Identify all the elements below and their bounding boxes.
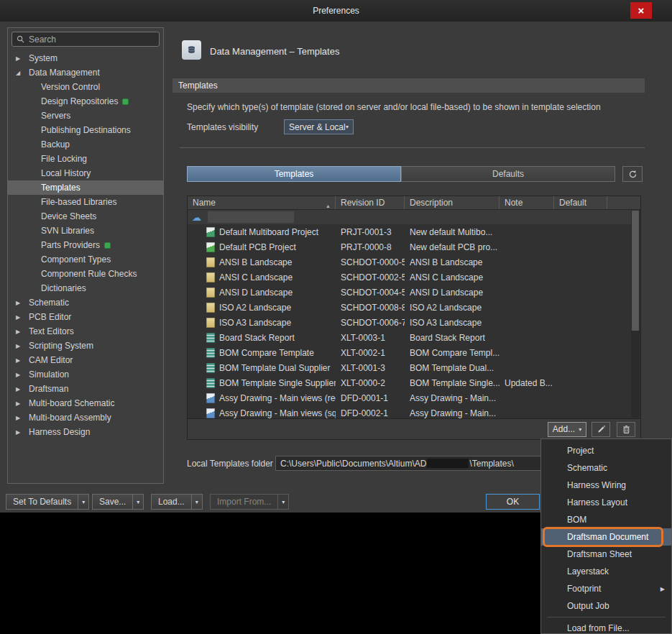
table-row[interactable]: ANSI C LandscapeSCHDOT-0002-5ANSI C Land… bbox=[188, 270, 632, 285]
table-row[interactable]: Assy Drawing - Main views (recDFD-0001-1… bbox=[188, 390, 632, 405]
sort-ascending-icon: ▲ bbox=[326, 200, 331, 209]
import-from-main[interactable]: Import From... bbox=[210, 494, 278, 510]
table-row[interactable]: ANSI D LandscapeSCHDOT-0004-5ANSI D Land… bbox=[188, 285, 632, 300]
cell-revision: SCHDOT-0002-5 bbox=[336, 272, 405, 282]
menu-item-output-job[interactable]: Output Job bbox=[541, 597, 671, 615]
expand-arrow-icon: ▶ bbox=[16, 314, 29, 321]
table-row[interactable]: ISO A3 LandscapeSCHDOT-0006-7ISO A3 Land… bbox=[188, 315, 632, 330]
menu-item-layerstack[interactable]: Layerstack bbox=[541, 563, 671, 580]
templates-visibility-select[interactable]: Server & Local ▾ bbox=[284, 119, 354, 134]
sidebar-item-data-management[interactable]: ◢Data Management bbox=[8, 65, 163, 80]
table-row[interactable]: BOM Template Dual SupplierXLT-0001-3BOM … bbox=[188, 360, 632, 375]
sidebar-item-label: File-based Libraries bbox=[41, 197, 116, 207]
search-input[interactable]: Search bbox=[11, 32, 160, 47]
menu-item-label: Output Job bbox=[567, 601, 609, 611]
menu-item-schematic[interactable]: Schematic bbox=[541, 459, 671, 477]
sidebar-item-component-rule-checks[interactable]: Component Rule Checks bbox=[8, 267, 163, 281]
template-name: ISO A2 Landscape bbox=[219, 303, 291, 313]
sidebar-item-version-control[interactable]: Version Control bbox=[8, 80, 163, 94]
column-header-default[interactable]: Default bbox=[554, 196, 607, 209]
excel-template-icon bbox=[206, 333, 215, 343]
draftsman-template-icon bbox=[206, 408, 215, 418]
sidebar-item-svn-libraries[interactable]: SVN Libraries bbox=[8, 224, 163, 238]
sidebar-item-system[interactable]: ▶System bbox=[8, 51, 163, 65]
sidebar-item-draftsman[interactable]: ▶Draftsman bbox=[8, 382, 163, 396]
sidebar-item-label: Simulation bbox=[29, 369, 69, 380]
close-button[interactable]: × bbox=[630, 2, 652, 19]
sidebar-item-local-history[interactable]: Local History bbox=[8, 166, 163, 180]
delete-button[interactable] bbox=[617, 422, 635, 437]
column-header-note[interactable]: Note bbox=[500, 196, 554, 209]
menu-item-footprint[interactable]: Footprint▶ bbox=[541, 580, 671, 597]
save-main[interactable]: Save... bbox=[92, 494, 133, 510]
sidebar-item-harness-design[interactable]: ▶Harness Design bbox=[8, 425, 163, 439]
sidebar-item-label: SVN Libraries bbox=[41, 226, 94, 236]
search-placeholder: Search bbox=[29, 35, 56, 45]
sidebar-item-templates[interactable]: Templates bbox=[8, 180, 163, 195]
table-row[interactable]: ISO A2 LandscapeSCHDOT-0008-8ISO A2 Land… bbox=[188, 300, 632, 315]
sidebar-item-scripting-system[interactable]: ▶Scripting System bbox=[8, 339, 163, 353]
menu-item-bom[interactable]: BOM bbox=[541, 511, 671, 528]
ok-button[interactable]: OK bbox=[486, 494, 540, 510]
menu-item-harness-wiring[interactable]: Harness Wiring bbox=[541, 477, 671, 494]
table-row[interactable]: Default PCB ProjectPRJT-0000-8New defaul… bbox=[188, 239, 632, 254]
sidebar-item-design-repositories[interactable]: Design Repositories bbox=[8, 94, 163, 109]
column-header-name[interactable]: Name▲ bbox=[188, 196, 336, 209]
cell-revision: XLT-0002-1 bbox=[336, 348, 405, 358]
excel-template-icon bbox=[206, 348, 215, 358]
column-header-description[interactable]: Description bbox=[405, 196, 500, 209]
table-scrollbar[interactable] bbox=[631, 211, 640, 418]
refresh-button[interactable] bbox=[622, 166, 643, 182]
scrollbar-thumb[interactable] bbox=[632, 211, 639, 331]
sidebar-item-text-editors[interactable]: ▶Text Editors bbox=[8, 324, 163, 339]
template-name: ISO A3 Landscape bbox=[219, 318, 291, 328]
import-from-dropdown[interactable]: ▾ bbox=[278, 494, 289, 510]
sidebar-item-dictionaries[interactable]: Dictionaries bbox=[8, 281, 163, 295]
table-row[interactable]: ANSI B LandscapeSCHDOT-0000-5ANSI B Land… bbox=[188, 254, 632, 270]
table-row[interactable]: BOM Compare TemplateXLT-0002-1BOM Compar… bbox=[188, 345, 632, 360]
sidebar-item-parts-providers[interactable]: Parts Providers bbox=[8, 238, 163, 252]
menu-item-project[interactable]: Project bbox=[541, 442, 671, 459]
add-button[interactable]: Add... ▾ bbox=[548, 422, 586, 437]
sidebar-item-multi-board-assembly[interactable]: ▶Multi-board Assembly bbox=[8, 410, 163, 425]
template-tabs: Templates Defaults bbox=[187, 166, 615, 182]
sidebar-item-file-locking[interactable]: File Locking bbox=[8, 152, 163, 166]
tab-defaults[interactable]: Defaults bbox=[401, 166, 615, 182]
expand-arrow-icon: ▶ bbox=[16, 55, 29, 62]
sidebar-item-schematic[interactable]: ▶Schematic bbox=[8, 295, 163, 310]
sidebar-item-label: Templates bbox=[41, 183, 80, 193]
sidebar-item-cam-editor[interactable]: ▶CAM Editor bbox=[8, 353, 163, 367]
sidebar-item-pcb-editor[interactable]: ▶PCB Editor bbox=[8, 310, 163, 324]
set-to-defaults-dropdown[interactable]: ▾ bbox=[78, 494, 89, 510]
expand-arrow-icon: ▶ bbox=[16, 372, 29, 378]
load-dropdown[interactable]: ▾ bbox=[192, 494, 203, 510]
menu-item-load-from-file[interactable]: Load from File... bbox=[541, 620, 671, 634]
server-row[interactable]: ☁ bbox=[188, 210, 632, 224]
table-row[interactable]: Board Stack ReportXLT-0003-1Board Stack … bbox=[188, 330, 632, 345]
column-header-revision-id[interactable]: Revision ID bbox=[336, 196, 405, 209]
tab-templates[interactable]: Templates bbox=[187, 166, 401, 182]
sidebar-item-simulation[interactable]: ▶Simulation bbox=[8, 367, 163, 382]
table-row[interactable]: Assy Drawing - Main views (squDFD-0002-1… bbox=[188, 405, 632, 419]
add-menu: ProjectSchematicHarness WiringHarness La… bbox=[540, 438, 672, 634]
sidebar-item-publishing-destinations[interactable]: Publishing Destinations bbox=[8, 123, 163, 137]
edit-button[interactable] bbox=[592, 422, 610, 437]
sidebar-item-file-based-libraries[interactable]: File-based Libraries bbox=[8, 195, 163, 209]
menu-item-harness-layout[interactable]: Harness Layout bbox=[541, 494, 671, 511]
sidebar-item-backup[interactable]: Backup bbox=[8, 137, 163, 152]
load-main[interactable]: Load... bbox=[151, 494, 192, 510]
sidebar-item-device-sheets[interactable]: Device Sheets bbox=[8, 209, 163, 224]
table-header: Name▲Revision IDDescriptionNoteDefault bbox=[188, 196, 640, 210]
save-dropdown[interactable]: ▾ bbox=[133, 494, 144, 510]
set-to-defaults-main[interactable]: Set To Defaults bbox=[6, 494, 78, 510]
local-templates-folder-label: Local Templates folder bbox=[187, 459, 273, 469]
menu-item-draftsman-document[interactable]: Draftsman Document bbox=[541, 528, 671, 546]
sidebar-item-multi-board-schematic[interactable]: ▶Multi-board Schematic bbox=[8, 396, 163, 410]
title-bar[interactable]: Preferences × bbox=[0, 0, 672, 22]
sidebar-item-component-types[interactable]: Component Types bbox=[8, 252, 163, 267]
sidebar-item-servers[interactable]: Servers bbox=[8, 109, 163, 123]
table-row[interactable]: Default Multiboard ProjectPRJT-0001-3New… bbox=[188, 224, 632, 239]
table-row[interactable]: BOM Template Single SupplierXLT-0000-2BO… bbox=[188, 375, 632, 390]
menu-item-draftsman-sheet[interactable]: Draftsman Sheet bbox=[541, 546, 671, 563]
cell-name: ISO A2 Landscape bbox=[188, 303, 336, 313]
